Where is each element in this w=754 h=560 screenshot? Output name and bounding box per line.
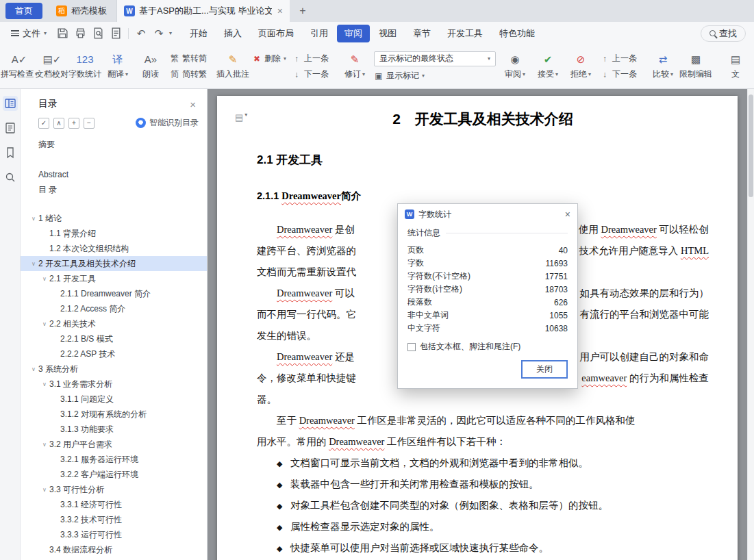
toolbar-more-icon[interactable] [169,31,172,36]
accept-button[interactable]: ✔ 接受 [531,50,564,83]
accept-icon: ✔ [544,53,553,66]
new-tab-button[interactable]: + [294,3,312,19]
word-count-button[interactable]: 123 字数统计 [68,50,101,83]
dialog-titlebar[interactable]: W 字数统计 [398,204,577,225]
hamburger-icon [11,30,19,36]
toc-tool-icon[interactable]: + [68,118,79,129]
stat-row: 页数 40 [407,244,568,257]
prev-comment-button[interactable]: ↑ 上一条 [292,53,329,65]
next-comment-button[interactable]: ↓ 下一条 [292,68,329,81]
export-document-button[interactable] [108,26,123,41]
toc-item[interactable]: 3.3.1 经济可行性 [21,497,207,512]
toc-item[interactable]: 3 系统分析 [21,361,207,377]
vertical-scrollbar[interactable] [747,89,754,560]
toc-tool-icon[interactable]: ✓ [38,118,49,129]
toc-item[interactable]: 2.1.2 Access 简介 [21,301,207,316]
simp-to-trad-button[interactable]: 简 简转繁 [170,68,207,81]
save-button[interactable] [55,26,70,41]
trad-to-simp-button[interactable]: 繁 繁转简 [170,53,207,65]
toc-panel-icon[interactable] [3,96,18,111]
clipped-ribbon-button[interactable]: ▤ 文 [719,50,752,83]
prev-change-button[interactable]: ↑ 上一条 [600,53,637,65]
toc-tool-icon[interactable]: − [84,118,95,129]
toc-tool-icon[interactable]: ∧ [53,118,64,129]
spell-check-button[interactable]: A✓ 拼写检查 [3,50,36,83]
delete-comment-button[interactable]: ✖ 删除 [252,53,286,65]
restrict-edit-icon: ▩ [691,53,701,66]
restrict-edit-button[interactable]: ▩ 限制编辑 [679,50,712,83]
toc-item[interactable]: 3.4 数据流程分析 [21,542,207,557]
undo-button[interactable] [134,26,149,41]
file-menu-label: 文件 [23,27,40,40]
toc-item[interactable]: 3.3 可行性分析 [21,482,207,497]
smart-toc-button[interactable]: 智能识别目录 [136,117,199,129]
change-nav-group: ↑ 上一条 ↓ 下一条 [597,53,640,81]
dialog-close-icon[interactable] [565,209,570,220]
toc-item[interactable]: 摘要 [21,137,207,152]
docer-tab[interactable]: 稻 稻壳模板 [47,0,117,22]
toc-item[interactable]: 3.2.2 客户端运行环境 [21,467,207,482]
ribbon-tab[interactable]: 特色功能 [492,25,542,42]
ribbon-tab[interactable]: 页面布局 [251,25,301,42]
ribbon-tab[interactable]: 引用 [303,25,336,42]
toc-item[interactable]: 目 录 [21,182,207,197]
ribbon-tab[interactable]: 章节 [405,25,438,42]
track-changes-button[interactable]: ✎ 修订 [338,50,371,83]
ribbon-tab[interactable]: 审阅 [337,25,370,42]
spell-check-icon: A✓ [12,53,27,66]
redo-button[interactable] [151,26,166,41]
ribbon-tab[interactable]: 视图 [371,25,404,42]
insert-comment-button[interactable]: ✎ 插入批注 [216,50,249,83]
toc-item[interactable]: 3.1.1 问题定义 [21,392,207,407]
home-tab[interactable]: 首页 [5,3,42,19]
toc-item[interactable]: 1.1 背景介绍 [21,226,207,241]
find-button[interactable]: 查找 [701,25,746,42]
search-icon[interactable] [3,170,18,185]
toc-item[interactable]: 3.3.3 运行可行性 [21,527,207,542]
toc-item[interactable]: 3.1.3 功能要求 [21,422,207,437]
toc-item[interactable]: 1 绪论 [21,211,207,226]
toc-item[interactable]: 3.2 用户平台需求 [21,437,207,452]
toc-item[interactable]: Abstract [21,167,207,182]
toc-item[interactable]: 3.3.2 技术可行性 [21,512,207,527]
document-tab-close-icon[interactable] [277,5,283,16]
chevron-down-icon [488,56,490,62]
sidebar-close-icon[interactable] [190,99,196,110]
chapter-nav-icon[interactable] [3,120,18,136]
markup-state-select[interactable]: 显示标记的最终状态 [374,51,496,66]
toc-item[interactable]: 2.1 开发工具 [21,271,207,286]
insert-comment-icon: ✎ [229,53,238,66]
read-aloud-button[interactable]: A» 朗读 [134,50,167,83]
toc-item[interactable]: 2.2 相关技术 [21,316,207,331]
left-icon-strip [0,89,21,560]
reject-button[interactable]: ⊘ 拒绝 [564,50,597,83]
file-menu[interactable]: 文件 [5,27,52,40]
page-settings-icon[interactable]: ▤ [235,112,247,123]
include-footnotes-checkbox[interactable]: 包括文本框、脚注和尾注(F) [407,341,568,353]
print-button[interactable] [73,26,88,41]
document-text-line: 用水平。常用的 Dreamweaver 工作区组件有以下若干种： [257,431,709,453]
document-tab[interactable]: W 基于ASP的勘工...与实现 毕业论文 [117,0,290,22]
toc-item[interactable]: 2.2.2 ASP 技术 [21,346,207,361]
toc-item[interactable]: 2.2.1 B/S 模式 [21,331,207,346]
compare-button[interactable]: ⇄ 比较 [646,50,679,83]
toc-item[interactable]: 3.1.2 对现有系统的分析 [21,407,207,422]
toc-item[interactable]: 2 开发工具及相关技术介绍 [21,256,207,271]
ribbon-tab[interactable]: 插入 [216,25,249,42]
close-button[interactable]: 关闭 [521,360,568,379]
translate-button[interactable]: 译 翻译 [101,50,134,83]
toc-item[interactable]: 3.1 业务需求分析 [21,377,207,392]
toc-item[interactable]: 1.2 本次论文组织结构 [21,241,207,256]
read-aloud-icon: A» [144,53,157,66]
show-markup-button[interactable]: ▣ 显示标记 [374,70,496,82]
ribbon-tab[interactable]: 开发工具 [440,25,490,42]
ribbon-tab[interactable]: 开始 [182,25,215,42]
toc-item[interactable]: 2.1.1 Dreamweaver 简介 [21,286,207,301]
review-button[interactable]: ◉ 审阅 [499,50,531,83]
bookmark-icon[interactable] [3,145,18,160]
toc-item[interactable]: 3.2.1 服务器运行环境 [21,452,207,467]
scrollbar-thumb[interactable] [749,94,753,197]
next-change-button[interactable]: ↓ 下一条 [600,68,637,81]
print-preview-button[interactable] [90,26,105,41]
proofread-button[interactable]: ▤✓ 文档校对 [36,50,68,83]
